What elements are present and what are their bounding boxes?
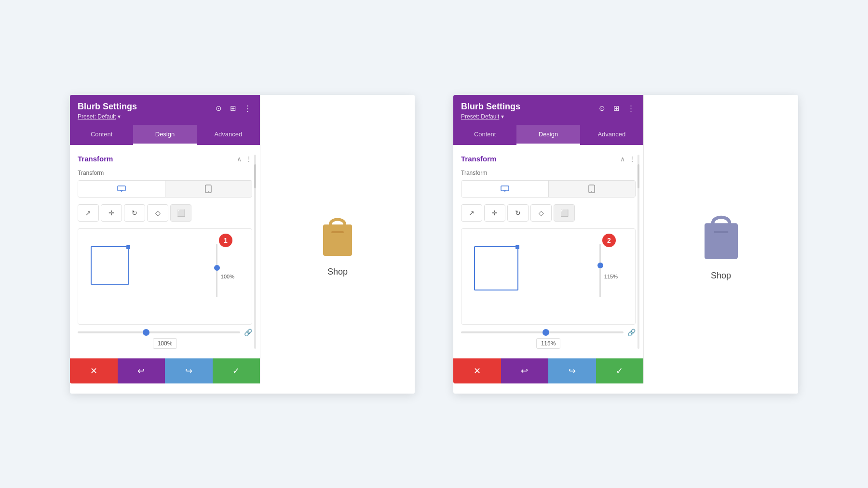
scale-canvas-left: 1 100% [78, 228, 252, 325]
panel-body-inner-left: Transform ∧ ⋮ Transform [78, 155, 252, 349]
svg-point-11 [591, 191, 592, 192]
section-more-icon-right[interactable]: ⋮ [629, 155, 636, 163]
more-icon-left[interactable]: ⋮ [243, 104, 252, 113]
h-dot-left[interactable] [143, 329, 149, 336]
tool-move-left[interactable]: ✛ [101, 204, 122, 222]
tab-content-left[interactable]: Content [70, 125, 133, 145]
view-btn-desktop-right[interactable] [461, 181, 549, 197]
section-title-left: Transform [78, 155, 113, 163]
link-icon-left[interactable]: 🔗 [244, 329, 252, 336]
panel-group-left: Blurb Settings Preset: Default ▾ ⊙ ⊞ ⋮ C… [70, 95, 415, 394]
view-btn-other-right[interactable] [549, 181, 636, 197]
tool-skew-right[interactable]: ◇ [530, 204, 552, 222]
v-dot-right[interactable] [597, 263, 603, 268]
h-dot-right[interactable] [542, 329, 549, 336]
scroll-thumb-left[interactable] [254, 164, 256, 188]
view-toggle-left [78, 180, 252, 198]
v-dot-left[interactable] [214, 265, 220, 271]
tool-scale-left[interactable]: ⬜ [170, 204, 191, 222]
h-track-left [78, 331, 240, 333]
target-icon-left[interactable]: ⊙ [214, 104, 223, 113]
tabs-right: Content Design Advanced [453, 125, 643, 145]
panel-group-right: Blurb Settings Preset: Default ▾ ⊙ ⊞ ⋮ C… [453, 95, 798, 394]
shop-label-left: Shop [327, 267, 348, 277]
tab-content-right[interactable]: Content [453, 125, 516, 145]
svg-rect-5 [323, 224, 352, 256]
target-icon-right[interactable]: ⊙ [597, 104, 607, 113]
svg-rect-13 [714, 231, 728, 233]
main-container: Blurb Settings Preset: Default ▾ ⊙ ⊞ ⋮ C… [51, 76, 817, 413]
tab-advanced-right[interactable]: Advanced [580, 125, 643, 145]
transform-tools-left: ↗ ✛ ↻ ◇ ⬜ [78, 204, 252, 222]
grid-icon-left[interactable]: ⊞ [228, 104, 238, 113]
preset-link-right[interactable]: Preset: Default [461, 113, 499, 120]
svg-rect-12 [705, 223, 738, 259]
save-btn-right[interactable]: ✓ [596, 358, 644, 383]
h-scale-value-left: 100% [153, 338, 177, 349]
collapse-icon-right[interactable]: ∧ [620, 155, 625, 163]
tab-design-left[interactable]: Design [133, 125, 196, 145]
header-icons-right: ⊙ ⊞ ⋮ [597, 104, 636, 113]
preset-link-left[interactable]: Preset: Default [78, 113, 116, 120]
view-btn-other-left[interactable] [165, 181, 252, 197]
section-header-right: Transform ∧ ⋮ [461, 155, 636, 163]
svg-rect-7 [501, 186, 509, 191]
settings-panel-left: Blurb Settings Preset: Default ▾ ⊙ ⊞ ⋮ C… [70, 95, 260, 384]
action-bar-right: ✕ ↩ ↪ ✓ [453, 358, 643, 383]
redo-btn-right[interactable]: ↪ [548, 358, 596, 383]
svg-rect-0 [118, 186, 125, 191]
scroll-track-left [254, 155, 256, 349]
panel-preset-right: Preset: Default ▾ [461, 113, 520, 120]
link-icon-right[interactable]: 🔗 [627, 329, 636, 336]
scale-box-left[interactable] [91, 246, 129, 285]
h-track-right [461, 331, 624, 333]
undo-btn-right[interactable]: ↩ [501, 358, 549, 383]
tool-rotate-left[interactable]: ↻ [124, 204, 145, 222]
shop-icon-right [696, 208, 746, 265]
field-label-right: Transform [461, 170, 636, 176]
field-label-left: Transform [78, 170, 252, 176]
section-header-left: Transform ∧ ⋮ [78, 155, 252, 163]
panel-header-left: Blurb Settings Preset: Default ▾ ⊙ ⊞ ⋮ [70, 95, 260, 125]
panel-title-left: Blurb Settings [78, 102, 137, 112]
h-slider-row-right: 🔗 [461, 329, 636, 336]
action-bar-left: ✕ ↩ ↪ ✓ [70, 358, 260, 383]
tool-move-right[interactable]: ✛ [484, 204, 505, 222]
cancel-btn-left[interactable]: ✕ [70, 358, 118, 383]
settings-panel-right: Blurb Settings Preset: Default ▾ ⊙ ⊞ ⋮ C… [453, 95, 644, 384]
tool-arrow-right[interactable]: ↗ [461, 204, 482, 222]
tool-rotate-right[interactable]: ↻ [507, 204, 529, 222]
scale-box-right[interactable] [474, 246, 518, 290]
tool-scale-right[interactable]: ⬜ [554, 204, 575, 222]
collapse-icon-left[interactable]: ∧ [237, 155, 242, 163]
panel-body-right: Transform ∧ ⋮ Transform [453, 145, 643, 358]
cancel-btn-right[interactable]: ✕ [453, 358, 501, 383]
section-more-icon-left[interactable]: ⋮ [245, 155, 252, 163]
scroll-thumb-right[interactable] [637, 164, 639, 188]
tab-advanced-left[interactable]: Advanced [197, 125, 260, 145]
v-track-right [599, 244, 601, 297]
v-slider-right [599, 244, 601, 297]
v-track-left [216, 244, 217, 297]
view-btn-desktop-left[interactable] [78, 181, 165, 197]
scroll-track-right [637, 155, 639, 349]
scale-area-left: 100% [86, 237, 244, 317]
h-scale-value-right: 115% [536, 338, 560, 349]
h-slider-row-left: 🔗 [78, 329, 252, 336]
preview-panel-left: Shop [260, 95, 415, 394]
undo-btn-left[interactable]: ↩ [118, 358, 165, 383]
panel-title-group-right: Blurb Settings Preset: Default ▾ [461, 102, 520, 120]
tool-skew-left[interactable]: ◇ [147, 204, 168, 222]
view-toggle-right [461, 180, 636, 198]
section-controls-right: ∧ ⋮ [620, 155, 636, 163]
grid-icon-right[interactable]: ⊞ [611, 104, 621, 113]
shop-icon-left [316, 211, 359, 261]
save-btn-left[interactable]: ✓ [213, 358, 260, 383]
panel-title-right: Blurb Settings [461, 102, 520, 112]
transform-tools-right: ↗ ✛ ↻ ◇ ⬜ [461, 204, 636, 222]
tabs-left: Content Design Advanced [70, 125, 260, 145]
tool-arrow-left[interactable]: ↗ [78, 204, 99, 222]
more-icon-right[interactable]: ⋮ [626, 104, 636, 113]
redo-btn-left[interactable]: ↪ [165, 358, 213, 383]
tab-design-right[interactable]: Design [516, 125, 580, 145]
